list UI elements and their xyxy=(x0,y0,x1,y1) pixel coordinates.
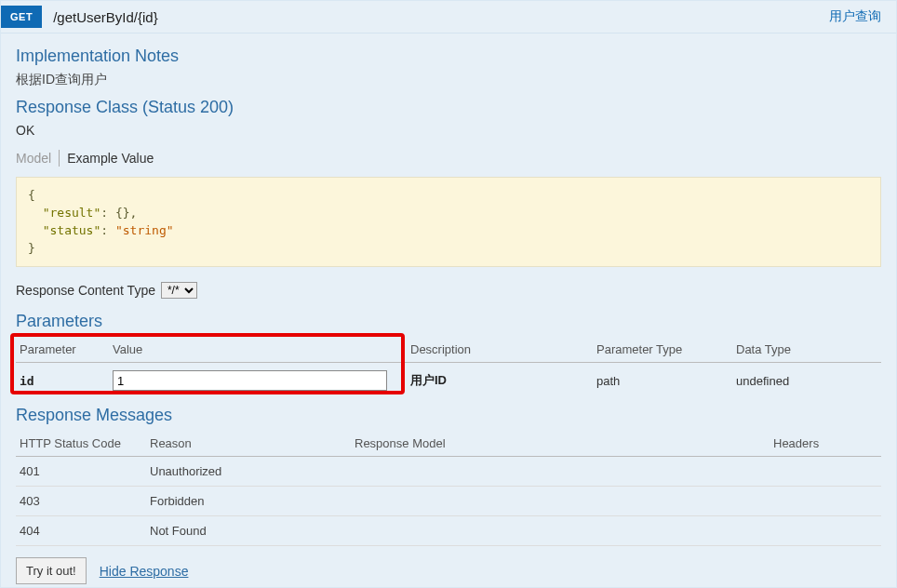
operation-header[interactable]: GET /getUserById/{id} 用户查询 xyxy=(1,1,896,33)
status-reason: Unauthorized xyxy=(146,457,351,487)
table-row: 403 Forbidden xyxy=(16,487,881,516)
col-http-status: HTTP Status Code xyxy=(16,431,146,457)
param-name: id xyxy=(20,374,34,388)
try-it-out-button[interactable]: Try it out! xyxy=(16,557,87,584)
table-row: id 用户ID path undefined xyxy=(16,363,881,399)
col-headers: Headers xyxy=(770,431,881,457)
param-description: 用户ID xyxy=(410,373,447,387)
col-parameter-type: Parameter Type xyxy=(593,337,732,363)
table-row: 404 Not Found xyxy=(16,516,881,546)
response-content-type-select[interactable]: */* xyxy=(161,282,197,299)
col-value: Value xyxy=(109,337,407,363)
model-example-tabs: Model Example Value xyxy=(16,147,881,169)
parameters-table-wrap: Parameter Value Description Parameter Ty… xyxy=(16,337,881,398)
col-description: Description xyxy=(407,337,593,363)
col-data-type: Data Type xyxy=(732,337,881,363)
col-parameter: Parameter xyxy=(16,337,109,363)
endpoint-path: /getUserById/{id} xyxy=(53,9,818,25)
response-content-type-row: Response Content Type */* xyxy=(16,282,881,299)
param-type: path xyxy=(593,363,732,399)
tab-model[interactable]: Model xyxy=(16,147,59,169)
http-method-badge: GET xyxy=(1,6,42,28)
response-messages-title: Response Messages xyxy=(16,406,881,425)
tab-example-value[interactable]: Example Value xyxy=(60,147,161,169)
implementation-notes-text: 根据ID查询用户 xyxy=(16,72,881,88)
status-code: 403 xyxy=(16,487,146,516)
hide-response-link[interactable]: Hide Response xyxy=(100,564,189,579)
param-data-type: undefined xyxy=(732,363,881,399)
response-class-title: Response Class (Status 200) xyxy=(16,98,881,117)
operation-summary: 用户查询 xyxy=(829,8,881,25)
response-messages-table: HTTP Status Code Reason Response Model H… xyxy=(16,431,881,546)
param-value-input[interactable] xyxy=(113,370,387,391)
status-reason: Not Found xyxy=(146,516,351,546)
response-class-status: OK xyxy=(16,123,881,138)
operation-content: Implementation Notes 根据ID查询用户 Response C… xyxy=(1,33,896,587)
status-code: 401 xyxy=(16,457,146,487)
operation-panel: GET /getUserById/{id} 用户查询 Implementatio… xyxy=(0,0,897,588)
response-content-type-label: Response Content Type xyxy=(16,283,155,298)
parameters-table: Parameter Value Description Parameter Ty… xyxy=(16,337,881,398)
example-value-box[interactable]: { "result": {}, "status": "string" } xyxy=(16,177,881,267)
table-row: 401 Unauthorized xyxy=(16,457,881,487)
action-row: Try it out! Hide Response xyxy=(16,557,881,584)
status-code: 404 xyxy=(16,516,146,546)
status-reason: Forbidden xyxy=(146,487,351,516)
col-reason: Reason xyxy=(146,431,351,457)
col-response-model: Response Model xyxy=(351,431,770,457)
implementation-notes-title: Implementation Notes xyxy=(16,47,881,66)
parameters-title: Parameters xyxy=(16,312,881,331)
